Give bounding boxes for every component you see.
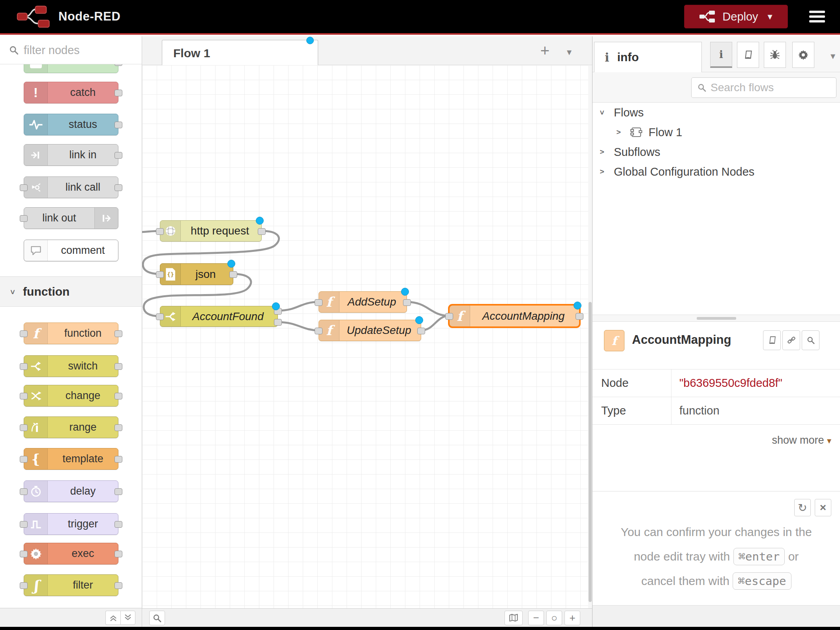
chevron-right-icon[interactable]: > xyxy=(599,148,605,156)
tab-flow-1[interactable]: Flow 1 xyxy=(162,40,318,66)
palette-node-link in[interactable]: link in xyxy=(24,144,118,166)
flow-node-accountmapping[interactable]: fAccountMapping xyxy=(449,305,579,327)
palette-node-switch[interactable]: switch xyxy=(24,355,118,377)
node-port-right[interactable] xyxy=(114,582,122,589)
sidebar-tabs-caret-icon[interactable]: ▾ xyxy=(831,51,835,62)
wire-accountfound:1-to-addsetup[interactable] xyxy=(278,302,319,311)
node-port-right[interactable] xyxy=(114,424,122,431)
node-port-right[interactable] xyxy=(114,152,122,159)
node-port-right[interactable] xyxy=(114,393,122,399)
node-port-right[interactable] xyxy=(114,456,122,463)
chevron-right-icon[interactable]: > xyxy=(615,128,622,137)
node-port-right[interactable] xyxy=(258,228,266,235)
node-port-left[interactable] xyxy=(156,313,164,320)
canvas-vertical-scrollbar[interactable] xyxy=(588,65,592,608)
zoom-reset-button[interactable]: ○ xyxy=(546,611,562,625)
copy-link-button[interactable] xyxy=(782,330,800,350)
node-port-left[interactable] xyxy=(20,521,28,528)
search-flows-box[interactable]: ▾ xyxy=(691,77,836,98)
palette-node-function[interactable]: ffunction xyxy=(24,322,118,344)
palette-node-trigger[interactable]: trigger xyxy=(24,513,118,535)
sidebar-splitter[interactable] xyxy=(592,315,840,322)
flow-node-updatesetup[interactable]: fUpdateSetup xyxy=(319,320,421,341)
node-port-right[interactable] xyxy=(114,184,122,191)
node-port-left[interactable] xyxy=(20,456,28,463)
node-port-left[interactable] xyxy=(20,393,28,399)
palette-node-range[interactable]: range xyxy=(24,416,118,438)
palette-node-status[interactable]: status xyxy=(24,114,118,135)
node-port-left[interactable] xyxy=(315,328,322,334)
navigator-map-button[interactable] xyxy=(504,611,523,625)
node-port-right[interactable] xyxy=(274,319,282,326)
flow-node-accountfound[interactable]: AccountFound xyxy=(160,306,278,327)
tab-list-caret-icon[interactable]: ▾ xyxy=(567,47,572,58)
chevron-right-icon[interactable]: > xyxy=(599,167,605,176)
search-node-button[interactable] xyxy=(802,330,819,350)
node-port-right[interactable] xyxy=(114,488,122,495)
palette-node-link out[interactable]: link out xyxy=(24,207,118,229)
tree-item-flow-1[interactable]: >Flow 1 xyxy=(592,122,840,142)
node-port-left[interactable] xyxy=(20,184,28,191)
node-port-right[interactable] xyxy=(114,122,122,128)
node-port-right[interactable] xyxy=(576,313,583,320)
palette-node-template[interactable]: {template xyxy=(24,448,118,470)
palette-node-filter[interactable]: ʃfilter xyxy=(24,574,118,596)
node-help-button[interactable] xyxy=(763,330,781,350)
tab-info[interactable]: i info xyxy=(594,42,702,72)
node-port-left[interactable] xyxy=(156,271,164,278)
tab-button-info[interactable]: i xyxy=(710,42,732,68)
palette-expand-all-button[interactable] xyxy=(120,611,135,625)
node-port-right[interactable] xyxy=(114,363,122,370)
palette-collapse-all-button[interactable] xyxy=(105,611,120,625)
flow-node-httpreq[interactable]: http request xyxy=(160,220,262,242)
tab-button-help[interactable] xyxy=(737,42,759,68)
tab-button-debug[interactable] xyxy=(764,42,786,68)
palette-filter-input[interactable] xyxy=(24,44,122,57)
workspace-grid[interactable]: http request{}jsonAccountFoundfAddSetupf… xyxy=(142,65,588,608)
node-port-right[interactable] xyxy=(114,551,122,557)
node-port-left[interactable] xyxy=(20,488,28,495)
palette-node-catch[interactable]: !catch xyxy=(24,82,118,103)
show-more-toggle[interactable]: show more ▾ xyxy=(772,434,831,446)
canvas-search-button[interactable] xyxy=(149,611,165,625)
node-port-right[interactable] xyxy=(417,328,425,334)
flow-node-addsetup[interactable]: fAddSetup xyxy=(319,291,407,313)
close-icon[interactable]: × xyxy=(815,499,831,516)
add-flow-button[interactable]: + xyxy=(540,43,549,58)
deploy-button[interactable]: Deploy ▾ xyxy=(684,5,788,28)
node-port-right[interactable] xyxy=(229,271,237,278)
wire-addsetup-to-accountmapping[interactable] xyxy=(407,302,449,316)
flow-node-json[interactable]: {}json xyxy=(160,263,233,285)
zoom-in-button[interactable]: + xyxy=(564,611,580,625)
tab-button-config[interactable] xyxy=(792,42,814,68)
palette-category-function[interactable]: ∨ function xyxy=(0,276,142,307)
palette-node-delay[interactable]: delay xyxy=(24,480,118,502)
node-port-left[interactable] xyxy=(20,363,28,370)
node-port-left[interactable] xyxy=(315,299,322,306)
node-port-left[interactable] xyxy=(20,215,28,222)
palette-node-link call[interactable]: link call xyxy=(24,176,118,198)
refresh-icon[interactable]: ↻ xyxy=(794,499,811,516)
wire-accountfound:2-to-updatesetup[interactable] xyxy=(278,322,319,330)
node-port-left[interactable] xyxy=(20,330,28,337)
node-port-left[interactable] xyxy=(20,582,28,589)
palette-node-comment[interactable]: comment xyxy=(24,240,118,261)
node-port-left[interactable] xyxy=(156,228,164,235)
node-port-right[interactable] xyxy=(403,299,411,306)
main-menu-button[interactable] xyxy=(809,8,825,25)
node-port-left[interactable] xyxy=(20,424,28,431)
tree-item-flows[interactable]: >Flows xyxy=(592,103,840,122)
tree-item-subflows[interactable]: >Subflows xyxy=(592,142,840,162)
palette-node-change[interactable]: change xyxy=(24,385,118,407)
zoom-out-button[interactable]: − xyxy=(528,611,544,625)
node-port-right[interactable] xyxy=(114,521,122,528)
palette-node-exec[interactable]: exec xyxy=(24,543,118,564)
tree-item-global-config[interactable]: >Global Configuration Nodes xyxy=(592,162,840,182)
node-port-right[interactable] xyxy=(114,90,122,96)
chevron-down-icon[interactable]: > xyxy=(598,109,606,116)
search-flows-input[interactable] xyxy=(711,81,840,94)
deploy-caret-icon[interactable]: ▾ xyxy=(768,11,772,22)
node-port-left[interactable] xyxy=(445,313,453,320)
node-port-left[interactable] xyxy=(20,551,28,557)
node-port-right[interactable] xyxy=(114,330,122,337)
